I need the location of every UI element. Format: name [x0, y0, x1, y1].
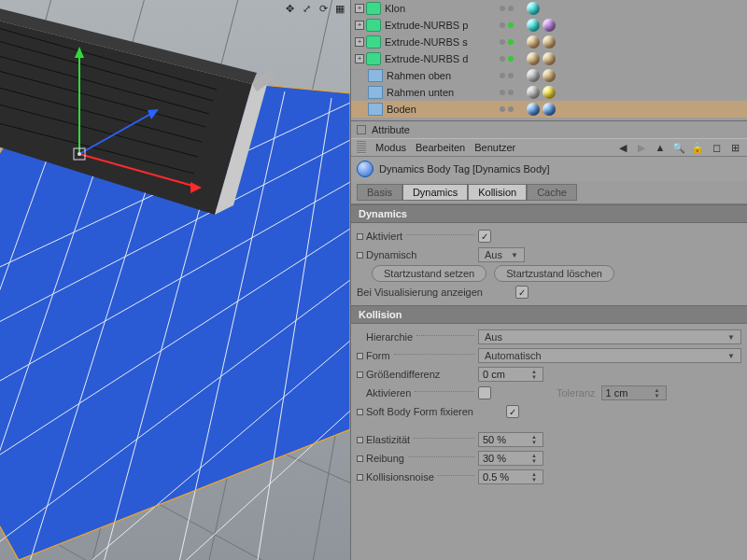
- viewport-scale-icon[interactable]: ⤢: [300, 2, 313, 15]
- softbody-checkbox[interactable]: ✓: [506, 405, 519, 418]
- dynamics-body-icon: [357, 161, 374, 177]
- grip-icon[interactable]: [357, 141, 366, 154]
- svg-point-45: [78, 152, 81, 156]
- tag-title: Dynamics Body Tag [Dynamics Body]: [379, 163, 550, 175]
- viewport-move-icon[interactable]: ✥: [283, 2, 296, 15]
- new-icon[interactable]: ◻: [710, 141, 723, 154]
- kollisionsnoise-field[interactable]: 0.5 %▲▼: [478, 469, 543, 484]
- viewport-rotate-icon[interactable]: ⟳: [317, 2, 330, 15]
- tab-basis[interactable]: Basis: [357, 184, 402, 201]
- aktiviert-label: Aktiviert: [366, 231, 402, 242]
- visualisierung-label: Bei Visualisierung anzeigen: [357, 287, 483, 298]
- tree-row[interactable]: +Klon: [351, 0, 747, 17]
- groesse-label: Größendifferenz: [366, 369, 440, 380]
- section-kollision: Kollision: [351, 305, 747, 324]
- dynamisch-label: Dynamisch: [366, 249, 416, 260]
- expand-icon[interactable]: +: [355, 4, 364, 13]
- menu-bearbeiten[interactable]: Bearbeiten: [416, 142, 465, 153]
- material-tag-icon[interactable]: [543, 35, 556, 49]
- nav-back-icon[interactable]: ◀: [616, 141, 629, 154]
- lock-icon[interactable]: 🔒: [691, 141, 704, 154]
- hierarchie-label: Hierarchie: [366, 331, 413, 343]
- attribute-toggle-icon[interactable]: [357, 125, 366, 134]
- groesse-field[interactable]: 0 cm▲▼: [478, 367, 543, 382]
- material-tag-icon[interactable]: [543, 69, 556, 82]
- material-tag-icon[interactable]: [543, 19, 556, 32]
- dynamisch-dropdown[interactable]: Aus▼: [478, 247, 525, 262]
- tab-kollision[interactable]: Kollision: [468, 184, 527, 201]
- menu-modus[interactable]: Modus: [375, 142, 406, 153]
- material-tag-icon[interactable]: [527, 52, 540, 65]
- tab-dynamics[interactable]: Dynamics: [402, 184, 468, 201]
- material-tag-icon[interactable]: [527, 86, 540, 99]
- viewport-render: [0, 0, 350, 560]
- viewport-menu-icon[interactable]: ▦: [333, 2, 346, 15]
- tree-row[interactable]: +Extrude-NURBS d: [351, 50, 747, 67]
- add-icon[interactable]: ⊞: [728, 141, 741, 154]
- tree-label: Rahmen unten: [385, 87, 454, 98]
- tree-label: Boden: [385, 104, 416, 115]
- elastizitaet-label: Elastizität: [366, 434, 410, 445]
- form-dropdown[interactable]: Automatisch▼: [478, 348, 741, 363]
- softbody-label: Soft Body Form fixieren: [366, 406, 473, 417]
- material-tag-icon[interactable]: [527, 19, 540, 32]
- visualisierung-checkbox[interactable]: ✓: [515, 286, 529, 299]
- nav-fwd-icon[interactable]: ▶: [635, 141, 648, 154]
- object-manager[interactable]: +Klon +Extrude-NURBS p +Extrude-NURBS s …: [351, 0, 747, 121]
- startzustand-loeschen-button[interactable]: Startzustand löschen: [494, 265, 614, 282]
- tree-label: Extrude-NURBS p: [383, 20, 468, 31]
- expand-icon[interactable]: +: [355, 21, 364, 30]
- menu-benutzer[interactable]: Benutzer: [474, 142, 515, 153]
- toleranz-label: Toleranz: [557, 387, 596, 399]
- viewport-3d[interactable]: ✥ ⤢ ⟳ ▦: [0, 0, 350, 560]
- tree-label: Klon: [383, 3, 405, 14]
- expand-icon[interactable]: +: [355, 54, 364, 63]
- tree-row[interactable]: +Extrude-NURBS s: [351, 34, 747, 50]
- material-tag-icon[interactable]: [527, 2, 540, 15]
- elastizitaet-field[interactable]: 50 %▲▼: [478, 432, 543, 447]
- extrude-icon: [366, 35, 381, 49]
- tree-row[interactable]: Rahmen unten: [351, 84, 747, 101]
- material-tag-icon[interactable]: [527, 69, 540, 82]
- attribute-panel-title: Attribute: [372, 124, 410, 135]
- tree-row[interactable]: +Extrude-NURBS p: [351, 17, 747, 34]
- tree-label: Extrude-NURBS s: [383, 36, 468, 48]
- extrude-icon: [366, 2, 381, 15]
- right-panel: +Klon +Extrude-NURBS p +Extrude-NURBS s …: [350, 0, 747, 560]
- form-label: Form: [366, 350, 390, 361]
- hierarchie-dropdown[interactable]: Aus▼: [478, 329, 741, 344]
- material-tag-icon[interactable]: [527, 35, 540, 49]
- nav-up-icon[interactable]: ▲: [654, 141, 667, 154]
- attribute-menu-bar: Modus Bearbeiten Benutzer ◀ ▶ ▲ 🔍 🔒 ◻ ⊞: [351, 138, 747, 157]
- tree-row[interactable]: Rahmen oben: [351, 67, 747, 84]
- aktivieren-checkbox: [478, 386, 491, 399]
- aktivieren-label: Aktivieren: [366, 387, 411, 399]
- search-icon[interactable]: 🔍: [672, 141, 685, 154]
- startzustand-setzen-button[interactable]: Startzustand setzen: [372, 265, 486, 282]
- tree-label: Extrude-NURBS d: [383, 53, 468, 64]
- tree-row[interactable]: Boden: [351, 101, 747, 118]
- attribute-tabs: Basis Dynamics Kollision Cache: [351, 181, 747, 203]
- material-tag-icon[interactable]: [543, 52, 556, 65]
- material-tag-icon[interactable]: [527, 103, 540, 116]
- toleranz-field: 1 cm▲▼: [601, 385, 667, 400]
- kollisionsnoise-label: Kollisionsnoise: [366, 471, 434, 483]
- reibung-field[interactable]: 30 %▲▼: [478, 451, 543, 466]
- aktiviert-checkbox[interactable]: ✓: [478, 230, 491, 243]
- expand-icon[interactable]: +: [355, 37, 364, 47]
- tab-cache[interactable]: Cache: [527, 184, 577, 201]
- cube-icon: [368, 103, 383, 116]
- extrude-icon: [366, 52, 381, 65]
- material-tag-icon[interactable]: [543, 86, 556, 99]
- dynamics-tag-icon[interactable]: [543, 103, 556, 116]
- extrude-icon: [366, 19, 381, 32]
- section-dynamics: Dynamics: [351, 204, 747, 223]
- reibung-label: Reibung: [366, 453, 404, 464]
- tree-label: Rahmen oben: [385, 70, 451, 81]
- cube-icon: [368, 69, 383, 82]
- cube-icon: [368, 86, 383, 99]
